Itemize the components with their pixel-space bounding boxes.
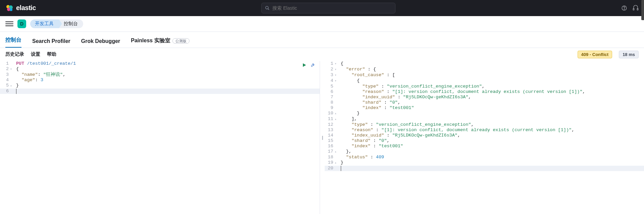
code-line[interactable]: 4 "age": 3 [0,77,320,83]
nav-toggle-button[interactable] [5,21,13,26]
line-content[interactable]: } [339,111,644,116]
news-icon[interactable] [633,5,639,11]
help-link[interactable]: 帮助 [47,51,56,57]
code-line[interactable]: 2▾ "error" : { [325,67,644,72]
history-link[interactable]: 历史记录 [5,51,24,57]
tab-1[interactable]: Search Profiler [32,38,70,48]
timing-badge: 18 ms [619,51,639,58]
line-content[interactable]: "shard" : "0", [339,100,644,105]
line-content[interactable]: "index_uuid" : "Rj5LDKOcQw-geKhdZI6s3A", [339,133,644,138]
code-line[interactable]: 10▴ } [325,111,644,116]
code-line[interactable]: 3▾ "root_cause" : [ [325,72,644,78]
line-content[interactable]: { [339,61,644,67]
line-number: 19▴ [325,160,339,166]
line-number: 3 [0,72,15,77]
breadcrumb-current: 控制台 [59,19,83,28]
code-line[interactable]: 6 "reason" : "[1]: version conflict, doc… [325,89,644,95]
breadcrumb-parent[interactable]: 开发工具 [30,19,59,28]
code-line[interactable]: 6 [0,89,320,94]
brand-text: elastic [16,4,36,12]
line-number: 4 [0,77,15,83]
search-input[interactable] [272,5,392,11]
line-number: 3▾ [325,72,339,78]
line-content[interactable]: "index" : "test001" [339,105,644,111]
line-content[interactable]: "root_cause" : [ [339,72,644,78]
line-content[interactable]: "type" : "version_conflict_engine_except… [339,122,644,127]
line-number: 13 [325,127,339,133]
pane-resize-handle[interactable]: || [320,61,325,214]
svg-line-5 [268,9,269,10]
line-content[interactable]: "index_uuid" : "Rj5LDKOcQw-geKhdZI6s3A", [339,95,644,100]
code-line[interactable]: 14 "index_uuid" : "Rj5LDKOcQw-geKhdZI6s3… [325,133,644,138]
devtools-tabs: 控制台Search ProfilerGrok DebuggerPainless … [0,32,644,48]
line-number: 1 [0,61,15,66]
code-line[interactable]: 13 "reason" : "[1]: version conflict, do… [325,127,644,133]
code-line[interactable]: 15 "shard" : "0", [325,138,644,144]
code-line[interactable]: 1PUT /test001/_create/1 [0,61,320,66]
line-number: 7 [325,95,339,100]
tab-3[interactable]: Painless 实验室公测版 [131,37,189,48]
code-line[interactable]: 2▾{ [0,66,320,72]
line-content[interactable]: } [15,83,320,89]
code-line[interactable]: 9 "index" : "test001" [325,105,644,111]
beta-badge: 公测版 [172,38,190,44]
line-content[interactable]: "status" : 409 [339,155,644,160]
elastic-logo[interactable]: elastic [5,4,36,12]
line-content[interactable]: "age": 3 [15,77,320,83]
line-content[interactable]: } [339,160,644,166]
line-content[interactable]: ], [339,116,644,122]
code-line[interactable]: 5 "type" : "version_conflict_engine_exce… [325,84,644,89]
line-number: 11▴ [325,116,339,122]
window-scroll-indicator [641,0,644,20]
code-line[interactable]: 1▾{ [325,61,644,67]
line-content[interactable]: "index" : "test001" [339,144,644,149]
line-content[interactable] [339,166,644,171]
line-content[interactable] [15,89,320,94]
code-line[interactable]: 18 "status" : 409 [325,155,644,160]
run-icon[interactable] [302,62,307,68]
code-line[interactable]: 19▴} [325,160,644,166]
tab-0[interactable]: 控制台 [5,37,21,48]
line-content[interactable]: "error" : { [339,67,644,72]
console-toolbar: 历史记录 设置 帮助 409 - Conflict 18 ms [0,48,644,61]
line-content[interactable]: { [15,66,320,72]
line-number: 12 [325,122,339,127]
code-line[interactable]: 3 "name": "狂神说", [0,72,320,77]
line-number: 16 [325,144,339,149]
line-number: 10▴ [325,111,339,116]
help-icon[interactable] [621,5,627,11]
code-line[interactable]: 16 "index" : "test001" [325,144,644,149]
line-number: 1▾ [325,61,339,67]
line-content[interactable]: "name": "狂神说", [15,72,320,77]
settings-link[interactable]: 设置 [31,51,40,57]
code-line[interactable]: 4▾ { [325,78,644,84]
tab-2[interactable]: Grok Debugger [81,38,120,48]
line-content[interactable]: "reason" : "[1]: version conflict, docum… [339,127,644,133]
code-line[interactable]: 12 "type" : "version_conflict_engine_exc… [325,122,644,127]
code-line[interactable]: 17▴ }, [325,149,644,155]
line-content[interactable]: { [339,78,644,84]
line-number: 18 [325,155,339,160]
line-content[interactable]: "type" : "version_conflict_engine_except… [339,84,644,89]
svg-point-7 [624,9,624,9]
global-search[interactable] [261,3,395,13]
line-number: 6 [325,89,339,95]
line-content[interactable]: "reason" : "[1]: version conflict, docum… [339,89,644,95]
wrench-icon[interactable] [310,62,316,68]
line-content[interactable]: "shard" : "0", [339,138,644,144]
line-content[interactable]: }, [339,149,644,155]
code-line[interactable]: 20 [325,166,644,171]
line-number: 5▴ [0,83,15,89]
response-viewer[interactable]: 1▾{2▾ "error" : {3▾ "root_cause" : [4▾ {… [325,61,644,214]
code-line[interactable]: 8 "shard" : "0", [325,100,644,105]
request-editor[interactable]: 1PUT /test001/_create/12▾{3 "name": "狂神说… [0,61,320,214]
code-line[interactable]: 7 "index_uuid" : "Rj5LDKOcQw-geKhdZI6s3A… [325,95,644,100]
code-line[interactable]: 11▴ ], [325,116,644,122]
line-number: 9 [325,105,339,111]
line-number: 8 [325,100,339,105]
search-wrap [41,3,616,13]
line-content[interactable]: PUT /test001/_create/1 [15,61,320,66]
space-selector[interactable]: D [17,19,26,28]
line-number: 20 [325,166,339,171]
code-line[interactable]: 5▴} [0,83,320,89]
